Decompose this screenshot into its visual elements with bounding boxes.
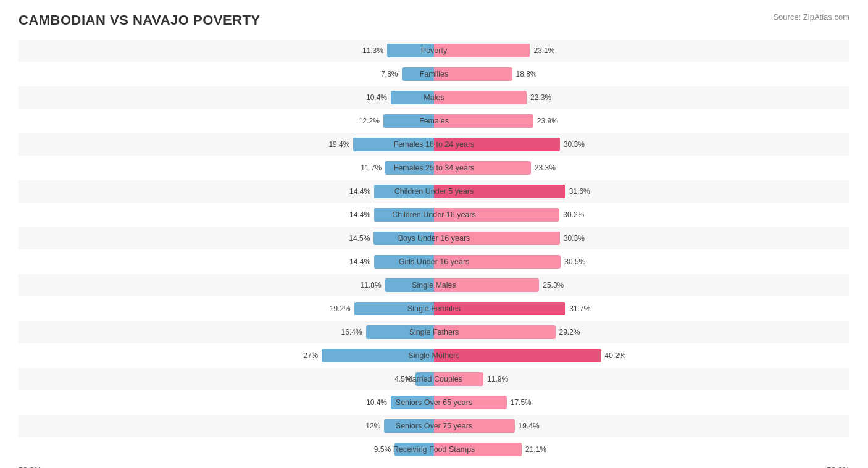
bar-cambodian — [373, 232, 434, 245]
bar-navajo — [434, 255, 561, 269]
chart-source: Source: ZipAtlas.com — [773, 12, 849, 22]
left-value: 14.5% — [349, 234, 370, 243]
bar-cambodian — [353, 138, 434, 151]
row-inner: 4.5% Married Couples 11.9% — [19, 368, 849, 390]
bar-navajo — [434, 443, 522, 456]
axis-labels: 50.0% 50.0% — [19, 466, 849, 468]
right-section: 30.3% — [434, 133, 849, 156]
row-inner: 11.3% Poverty 23.1% — [19, 40, 849, 62]
chart-row: 14.4% Children Under 16 years 30.2% — [19, 204, 849, 226]
bar-cambodian — [391, 91, 434, 104]
row-inner: 10.4% Males 22.3% — [19, 86, 849, 109]
left-section: 14.4% — [19, 204, 434, 226]
bar-cambodian — [366, 325, 434, 339]
left-value: 10.4% — [366, 93, 387, 102]
chart-row: 14.5% Boys Under 16 years 30.3% — [19, 227, 849, 249]
row-inner: 27% Single Mothers 40.2% — [19, 345, 849, 367]
left-section: 11.3% — [19, 40, 434, 62]
chart-row: 4.5% Married Couples 11.9% — [19, 368, 849, 390]
left-section: 12% — [19, 415, 434, 437]
right-section: 22.3% — [434, 86, 849, 109]
chart-row: 12.2% Females 23.9% — [19, 110, 849, 132]
row-inner: 11.7% Females 25 to 34 years 23.3% — [19, 157, 849, 179]
bar-navajo — [434, 278, 539, 292]
row-inner: 14.4% Children Under 5 years 31.6% — [19, 180, 849, 203]
left-value: 12% — [365, 422, 380, 430]
right-value: 30.3% — [564, 234, 585, 243]
bar-cambodian — [387, 44, 434, 57]
axis-right: 50.0% — [827, 466, 849, 468]
bar-cambodian — [385, 278, 434, 292]
chart-row: 16.4% Single Fathers 29.2% — [19, 321, 849, 343]
bar-navajo — [434, 138, 560, 151]
left-section: 19.2% — [19, 298, 434, 320]
chart-row: 7.8% Families 18.8% — [19, 63, 849, 85]
left-value: 14.4% — [349, 187, 370, 196]
row-inner: 14.5% Boys Under 16 years 30.3% — [19, 227, 849, 249]
right-value: 40.2% — [605, 351, 626, 360]
bar-navajo — [434, 396, 507, 409]
bar-navajo — [434, 114, 533, 128]
axis-left: 50.0% — [19, 466, 41, 468]
bar-navajo — [434, 185, 565, 198]
bar-cambodian — [385, 161, 434, 175]
bar-cambodian — [322, 349, 434, 362]
chart-row: 10.4% Males 22.3% — [19, 86, 849, 109]
left-value: 27% — [303, 351, 318, 360]
right-value: 17.5% — [511, 398, 532, 407]
left-section: 14.5% — [19, 227, 434, 249]
bar-navajo — [434, 44, 530, 57]
bar-cambodian — [394, 443, 434, 456]
bar-cambodian — [374, 208, 434, 222]
chart-row: 11.8% Single Males 25.3% — [19, 274, 849, 296]
right-value: 18.8% — [516, 70, 537, 78]
left-value: 4.5% — [394, 375, 411, 383]
left-value: 19.4% — [328, 140, 349, 149]
row-inner: 7.8% Families 18.8% — [19, 63, 849, 85]
row-inner: 16.4% Single Fathers 29.2% — [19, 321, 849, 343]
left-value: 7.8% — [381, 70, 398, 78]
left-section: 19.4% — [19, 133, 434, 156]
right-value: 19.4% — [519, 422, 540, 430]
row-inner: 12% Seniors Over 75 years 19.4% — [19, 415, 849, 437]
bar-navajo — [434, 232, 560, 245]
left-value: 11.3% — [362, 46, 383, 55]
row-inner: 10.4% Seniors Over 65 years 17.5% — [19, 391, 849, 414]
right-section: 23.3% — [434, 157, 849, 179]
left-value: 11.7% — [361, 164, 382, 172]
chart-row: 19.2% Single Females 31.7% — [19, 298, 849, 320]
right-section: 30.5% — [434, 251, 849, 273]
right-section: 31.6% — [434, 180, 849, 203]
bar-navajo — [434, 349, 601, 362]
left-section: 7.8% — [19, 63, 434, 85]
row-inner: 19.2% Single Females 31.7% — [19, 298, 849, 320]
left-section: 14.4% — [19, 180, 434, 203]
right-section: 19.4% — [434, 415, 849, 437]
left-section: 16.4% — [19, 321, 434, 343]
left-section: 4.5% — [19, 368, 434, 390]
left-value: 16.4% — [341, 328, 362, 336]
bar-navajo — [434, 208, 559, 222]
right-section: 25.3% — [434, 274, 849, 296]
right-section: 21.1% — [434, 438, 849, 461]
left-value: 19.2% — [330, 304, 351, 313]
row-inner: 14.4% Children Under 16 years 30.2% — [19, 204, 849, 226]
left-value: 14.4% — [349, 211, 370, 219]
right-value: 23.3% — [535, 164, 556, 172]
right-section: 40.2% — [434, 345, 849, 367]
chart-header: CAMBODIAN VS NAVAJO POVERTY Source: ZipA… — [19, 12, 849, 28]
bar-cambodian — [415, 372, 434, 386]
left-section: 10.4% — [19, 86, 434, 109]
chart-row: 11.3% Poverty 23.1% — [19, 40, 849, 62]
right-section: 30.2% — [434, 204, 849, 226]
right-value: 30.5% — [564, 257, 585, 266]
chart-row: 10.4% Seniors Over 65 years 17.5% — [19, 391, 849, 414]
bar-cambodian — [383, 114, 434, 128]
right-value: 22.3% — [530, 93, 551, 102]
right-section: 17.5% — [434, 391, 849, 414]
chart-area: 11.3% Poverty 23.1% 7.8% Families 18.8% — [19, 40, 849, 461]
right-value: 30.3% — [564, 140, 585, 149]
row-inner: 12.2% Females 23.9% — [19, 110, 849, 132]
left-section: 11.7% — [19, 157, 434, 179]
right-value: 25.3% — [543, 281, 564, 290]
